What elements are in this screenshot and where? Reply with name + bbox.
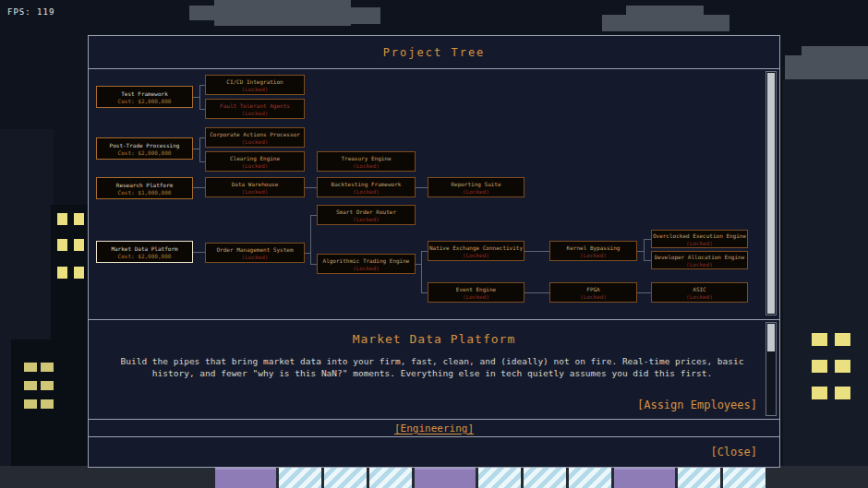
node-title: Backtesting Framework [332,181,402,187]
building-window [74,239,84,251]
detail-scrollbar-track [766,322,777,416]
node-locked-label: (Locked) [353,188,380,195]
project-node-test-framework[interactable]: Test Framework Cost: $2,000,000 [96,86,193,108]
building-window [41,399,54,409]
tree-connector [193,252,205,253]
node-title: Order Management System [216,246,293,253]
assign-employees-button[interactable]: [Assign Employees] [637,399,757,411]
street-tile-purple [415,468,476,488]
project-node-native-exchange-connectivity[interactable]: Native Exchange Connectivity (Locked) [428,241,524,261]
node-locked-label: (Locked) [353,216,380,222]
project-node-backtesting-framework[interactable]: Backtesting Framework (Locked) [317,177,416,197]
close-button[interactable]: [Close] [710,446,757,458]
project-node-overclocked-execution-engine[interactable]: Overclocked Execution Engine (Locked) [651,230,748,248]
node-locked-label: (Locked) [463,293,489,300]
project-node-corporate-actions-processor[interactable]: Corporate Actions Processor (Locked) [205,127,305,148]
dialog-title: Project Tree [89,36,779,69]
project-node-developer-allocation-engine[interactable]: Developer Allocation Engine (Locked) [651,251,748,269]
building-window [812,360,827,373]
project-node-kernel-bypassing[interactable]: Kernel Bypassing (Locked) [549,241,637,261]
project-node-clearing-engine[interactable]: Clearing Engine (Locked) [205,151,305,172]
street-tile-striped [478,468,521,488]
node-locked-label: (Locked) [686,293,713,300]
street-tile-purple [614,468,675,488]
node-title: Data Warehouse [232,181,279,187]
project-detail-panel: Market Data Platform Build the pipes tha… [89,320,779,420]
tab-engineering[interactable]: [Engineering] [394,423,474,434]
building-window [835,360,850,373]
node-cost: Cost: $2,000,000 [118,253,172,259]
node-title: Clearing Engine [230,155,280,161]
project-node-fault-tolerant-agents[interactable]: Fault Tolerant Agents (Locked) [205,99,305,119]
node-title: Developer Allocation Engine [655,254,745,260]
project-node-order-management-system[interactable]: Order Management System (Locked) [205,243,305,263]
tree-connector [637,251,644,252]
building-window [57,239,67,251]
cloud [314,7,380,24]
tree-connector [637,292,651,293]
building-window [24,399,37,409]
project-node-research-platform[interactable]: Research Platform Cost: $1,000,000 [96,177,193,199]
project-node-reporting-suite[interactable]: Reporting Suite (Locked) [428,177,524,197]
node-title: Overclocked Execution Engine [653,232,746,239]
tree-connector [416,187,428,188]
node-locked-label: (Locked) [242,110,269,116]
tree-connector [305,187,317,188]
tree-connector [199,137,200,162]
street-tile-striped [723,468,766,488]
tree-connector [310,215,317,216]
project-node-event-engine[interactable]: Event Engine (Locked) [428,282,524,303]
node-cost: Cost: $2,000,000 [118,149,172,156]
building-window [57,267,67,279]
project-node-cicd-integration[interactable]: CI/CD Integration (Locked) [205,75,305,95]
node-locked-label: (Locked) [463,188,489,195]
tree-connector [199,85,200,110]
project-node-algorithmic-trading-engine[interactable]: Algorithmic Trading Engine (Locked) [317,254,416,274]
node-cost: Cost: $2,000,000 [118,98,172,104]
node-locked-label: (Locked) [686,261,713,268]
detail-scrollbar-thumb[interactable] [767,324,775,351]
node-title: Kernel Bypassing [567,244,621,251]
project-node-market-data-platform[interactable]: Market Data Platform Cost: $2,000,000 [96,241,193,263]
detail-title: Market Data Platform [89,332,779,346]
building-window [41,363,54,372]
cloud [802,46,868,81]
node-title: Event Engine [456,286,496,292]
building-window [24,363,37,372]
node-locked-label: (Locked) [353,265,380,271]
street-tile-purple [215,468,276,488]
project-node-smart-order-router[interactable]: Smart Order Router (Locked) [317,205,416,225]
node-locked-label: (Locked) [686,240,713,246]
building-window [835,333,850,346]
tree-connector [644,239,645,261]
project-tree-dialog: Project Tree Test Framework Cost: [88,35,780,468]
tree-connector [310,215,311,265]
project-node-asic[interactable]: ASIC (Locked) [651,282,748,303]
node-title: Smart Order Router [336,208,396,215]
street-tile-striped [569,468,611,488]
tree-connector [193,149,199,149]
tree-connector [524,251,549,252]
project-node-treasury-engine[interactable]: Treasury Engine (Locked) [317,151,416,172]
node-locked-label: (Locked) [580,293,607,300]
node-locked-label: (Locked) [242,138,269,145]
project-tree-canvas[interactable]: Test Framework Cost: $2,000,000 Post-Tra… [89,69,779,320]
node-title: Treasury Engine [341,155,391,161]
street-tile-striped [524,468,566,488]
tree-scrollbar-thumb[interactable] [767,73,775,314]
tree-connector [644,260,651,261]
dialog-footer: [Close] [89,437,779,467]
project-node-post-trade-processing[interactable]: Post-Trade Processing Cost: $2,000,000 [96,137,193,160]
building [783,79,868,488]
tree-connector [310,264,317,265]
node-locked-label: (Locked) [242,162,269,169]
building-window [24,381,37,390]
node-title: Reporting Suite [451,181,500,187]
fps-counter: FPS: 119 [7,7,54,17]
project-node-data-warehouse[interactable]: Data Warehouse (Locked) [205,177,305,197]
project-node-fpga[interactable]: FPGA (Locked) [549,282,637,303]
node-cost: Cost: $1,000,000 [118,189,172,196]
node-title: Fault Tolerant Agents [220,102,290,109]
node-locked-label: (Locked) [242,254,269,260]
tree-scrollbar-track [766,71,777,315]
